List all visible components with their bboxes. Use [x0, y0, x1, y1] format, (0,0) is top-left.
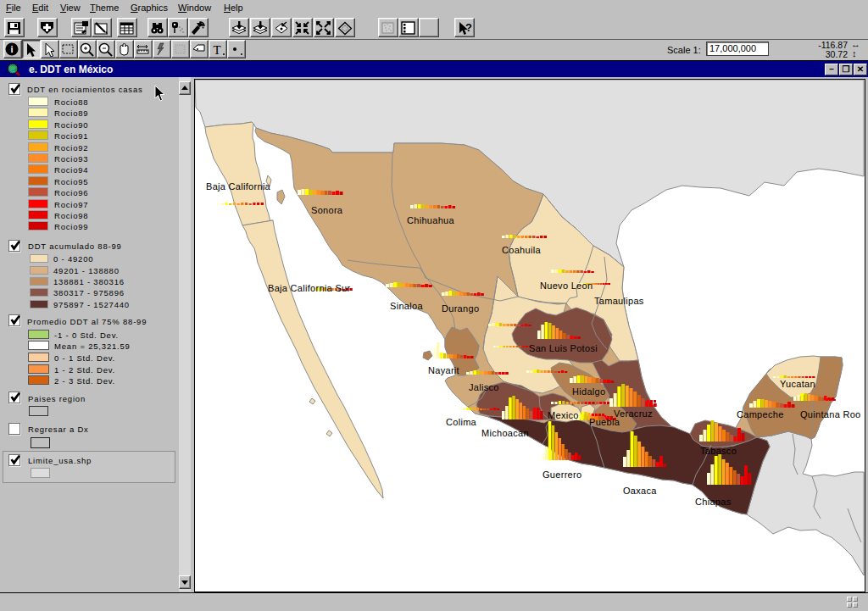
svg-text:Baja California: Baja California	[206, 181, 271, 192]
svg-text:Oaxaca: Oaxaca	[623, 486, 657, 496]
svg-text:Nayarit: Nayarit	[428, 365, 459, 375]
svg-text:Puebla: Puebla	[589, 417, 620, 427]
svg-text:Jalisco: Jalisco	[469, 382, 499, 392]
svg-text:Chihuahua: Chihuahua	[407, 215, 454, 225]
svg-text:T: T	[213, 43, 220, 57]
svg-text:Mexico: Mexico	[548, 410, 579, 420]
svg-text:Coahuila: Coahuila	[502, 245, 541, 255]
svg-text:Sinaloa: Sinaloa	[390, 301, 423, 311]
svg-text:Guerrero: Guerrero	[542, 469, 581, 480]
svg-text:Campeche: Campeche	[737, 409, 784, 419]
svg-text:Colima: Colima	[446, 417, 477, 427]
svg-text:Michoacan: Michoacan	[481, 428, 529, 438]
svg-text:Yucatan: Yucatan	[780, 379, 815, 389]
svg-text:Hidalgo: Hidalgo	[572, 386, 605, 397]
svg-text:Tamaulipas: Tamaulipas	[594, 296, 644, 306]
svg-text:Nuevo Leon: Nuevo Leon	[540, 281, 593, 291]
svg-text:?: ?	[465, 21, 472, 34]
svg-text:Quintana Roo: Quintana Roo	[800, 409, 860, 419]
svg-text:Baja California Sur: Baja California Sur	[268, 283, 350, 293]
svg-text:San Luis Potosi: San Luis Potosi	[529, 343, 598, 353]
svg-text:Tabasco: Tabasco	[700, 446, 737, 456]
svg-text:Chiapas: Chiapas	[695, 497, 732, 507]
svg-text:i: i	[10, 44, 13, 54]
svg-text:Durango: Durango	[442, 303, 479, 314]
svg-text:Sonora: Sonora	[311, 205, 343, 215]
